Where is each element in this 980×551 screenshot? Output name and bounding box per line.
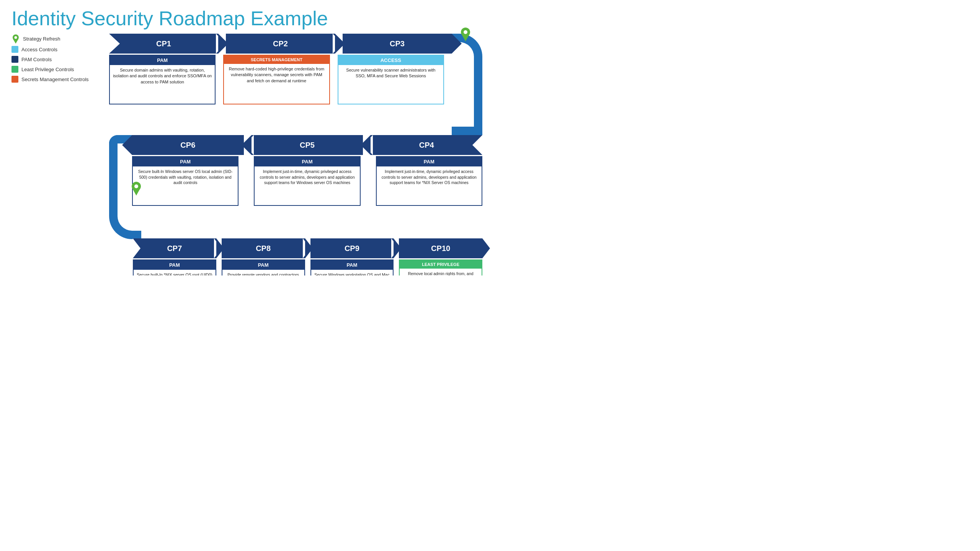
cp2-card: SECRETS MANAGEMENT Remove hard-coded hig… <box>223 55 330 104</box>
cp6-card-header: PAM <box>133 157 238 166</box>
cp7-card-header: PAM <box>134 260 216 270</box>
pin-top-right <box>459 27 472 43</box>
cp9-card-header: PAM <box>311 260 393 270</box>
cp1-card-body: Secure domain admins with vaulting, rota… <box>110 65 215 87</box>
cp4-card: PAM Implement just-in-time, dynamic priv… <box>376 156 482 206</box>
cp7-card-body: Secure built-In *NIX server OS root (UID… <box>134 270 216 276</box>
legend-label-access: Access Controls <box>21 47 57 52</box>
cp1-card: PAM Secure domain admins with vaulting, … <box>109 55 216 104</box>
legend-dot-pam <box>11 56 18 63</box>
legend-label-pam: PAM Controls <box>21 57 52 62</box>
curve-bottom-left-end <box>133 231 141 239</box>
page-title: Identity Security Roadmap Example <box>11 8 479 29</box>
svg-marker-7 <box>132 189 140 196</box>
cp8-card-header: PAM <box>222 260 304 270</box>
legend-dot-secrets <box>11 76 18 83</box>
cp1-card-header: PAM <box>110 55 215 65</box>
pin-icon-strategy <box>11 34 20 43</box>
svg-marker-1 <box>13 39 18 44</box>
cp4-card-header: PAM <box>377 157 482 166</box>
cp8-arrow: CP8 <box>222 238 305 258</box>
legend: Strategy Refresh Access Controls PAM Con… <box>11 34 89 83</box>
curve-bottom-left-bottom <box>109 143 133 239</box>
legend-label-least: Least Privilege Controls <box>21 67 74 72</box>
legend-label-secrets: Secrets Management Controls <box>21 77 89 82</box>
cp3-arrow: CP3 <box>343 34 452 54</box>
cp7-arrow: CP7 <box>133 238 216 258</box>
cp2-arrow: CP2 <box>226 34 335 54</box>
cp7-card: PAM Secure built-In *NIX server OS root … <box>133 259 216 276</box>
svg-point-8 <box>134 184 138 188</box>
row1-arrows: CP1 CP2 CP3 <box>109 34 452 54</box>
svg-point-2 <box>15 36 17 39</box>
cp4-arrow: CP4 <box>371 135 482 155</box>
row3-cards: PAM Secure built-In *NIX server OS root … <box>133 259 482 276</box>
cp10-card: LEAST PRIVILEGE Remove local admin right… <box>399 259 482 276</box>
cp1-arrow: CP1 <box>109 34 218 54</box>
cp4-card-body: Implement just-in-time, dynamic privileg… <box>377 166 482 188</box>
cp9-card: PAM Secure Windows workstation OS and Ma… <box>310 259 394 276</box>
legend-item-secrets: Secrets Management Controls <box>11 76 89 83</box>
cp5-card-header: PAM <box>255 157 359 166</box>
cp2-card-header: SECRETS MANAGEMENT <box>224 55 329 64</box>
cp9-arrow: CP9 <box>310 238 394 258</box>
row1-cards: PAM Secure domain admins with vaulting, … <box>109 55 444 104</box>
row3-arrows: CP7 CP8 CP9 CP10 <box>133 238 482 258</box>
cp2-card-body: Remove hard-coded high-privilege credent… <box>224 64 329 86</box>
cp5-arrow: CP5 <box>252 135 363 155</box>
cp8-card: PAM Provide remote vendors and contracto… <box>222 259 305 276</box>
cp5-card: PAM Implement just-in-time, dynamic priv… <box>254 156 360 206</box>
cp5-card-body: Implement just-in-time, dynamic privileg… <box>255 166 359 188</box>
svg-marker-4 <box>462 34 469 41</box>
legend-item-access: Access Controls <box>11 46 89 53</box>
legend-item-pam: PAM Controls <box>11 56 89 63</box>
svg-point-5 <box>464 30 467 34</box>
cp6-card-body: Secure built-In Windows server OS local … <box>133 166 238 188</box>
cp6-card: PAM Secure built-In Windows server OS lo… <box>132 156 238 206</box>
curve-bottom-right <box>452 127 482 135</box>
cp3-card-body: Secure vulnerability scanner administrat… <box>338 65 443 82</box>
legend-item-strategy: Strategy Refresh <box>11 34 89 43</box>
cp9-card-body: Secure Windows workstation OS and Mac OS… <box>311 270 393 276</box>
cp3-card-header: ACCESS <box>338 55 443 65</box>
cp6-arrow: CP6 <box>132 135 244 155</box>
legend-dot-access <box>11 46 18 53</box>
cp10-card-header: LEAST PRIVILEGE <box>400 260 482 269</box>
cp10-card-body: Remove local admin rights from, and impl… <box>400 269 482 276</box>
row2-cards: PAM Implement just-in-time, dynamic priv… <box>132 156 482 206</box>
cp3-card: ACCESS Secure vulnerability scanner admi… <box>338 55 444 104</box>
legend-dot-least <box>11 66 18 73</box>
pin-mid-left <box>130 181 142 197</box>
cp10-arrow: CP10 <box>399 238 482 258</box>
cp8-card-body: Provide remote vendors and contractors w… <box>222 270 304 276</box>
legend-label-strategy: Strategy Refresh <box>23 36 60 42</box>
roadmap-container: CP1 CP2 CP3 <box>109 34 482 272</box>
page: Identity Security Roadmap Example Strate… <box>0 0 490 276</box>
row2-arrows: CP4 CP5 CP6 <box>132 135 482 155</box>
legend-item-least: Least Privilege Controls <box>11 66 89 73</box>
